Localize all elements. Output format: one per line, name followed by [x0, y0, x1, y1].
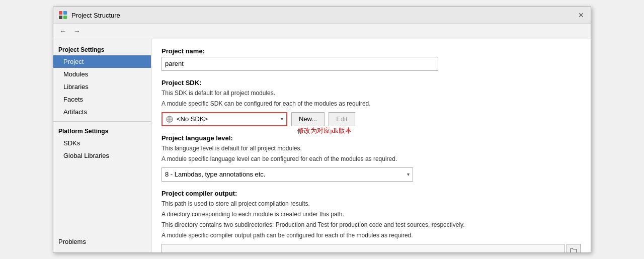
sdk-row: <No SDK> ▾ New... Edit 修改为对应jdk版本: [162, 112, 581, 126]
project-structure-dialog: Project Structure ✕ ← → Project Settings…: [53, 7, 591, 253]
compiler-output-input[interactable]: [162, 244, 565, 252]
compiler-desc4: A module specific compiler output path c…: [162, 231, 581, 240]
sdk-desc1: This SDK is default for all project modu…: [162, 89, 581, 98]
svg-rect-0: [59, 11, 62, 15]
project-language-section: Project language level: This language le…: [162, 134, 581, 182]
sidebar-item-libraries[interactable]: Libraries: [53, 80, 151, 93]
compiler-folder-button[interactable]: [567, 244, 581, 252]
project-name-section: Project name:: [162, 47, 581, 71]
svg-rect-3: [63, 16, 67, 19]
compiler-desc2: A directory corresponding to each module…: [162, 210, 581, 219]
sdk-dropdown[interactable]: <No SDK> ▾: [162, 112, 287, 126]
navigation-row: ← →: [53, 24, 591, 39]
compiler-desc1: This path is used to store all project c…: [162, 199, 581, 208]
project-compiler-label: Project compiler output:: [162, 190, 581, 197]
svg-rect-1: [63, 11, 67, 15]
sdk-desc2: A module specific SDK can be configured …: [162, 99, 581, 108]
app-logo: [58, 11, 67, 20]
forward-button[interactable]: →: [71, 26, 83, 36]
project-sdk-label: Project SDK:: [162, 79, 581, 87]
project-name-input[interactable]: [162, 57, 438, 71]
dialog-title: Project Structure: [71, 12, 573, 19]
sidebar-item-problems[interactable]: Problems: [53, 235, 151, 248]
sdk-globe-icon: [166, 115, 174, 123]
project-settings-section-label: Project Settings: [53, 43, 151, 55]
content-area: Project Settings Project Modules Librari…: [53, 39, 591, 252]
svg-rect-2: [59, 16, 62, 19]
compiler-desc3: This directory contains two subdirectori…: [162, 220, 581, 229]
platform-settings-section-label: Platform Settings: [53, 125, 151, 137]
project-sdk-section: Project SDK: This SDK is default for all…: [162, 79, 581, 126]
sidebar-divider: [53, 121, 151, 122]
project-language-label: Project language level:: [162, 134, 581, 142]
project-compiler-section: Project compiler output: This path is us…: [162, 190, 581, 252]
sidebar-item-project[interactable]: Project: [53, 55, 151, 68]
sidebar-item-sdks[interactable]: SDKs: [53, 137, 151, 149]
lang-desc1: This language level is default for all p…: [162, 144, 581, 153]
sidebar: Project Settings Project Modules Librari…: [53, 39, 151, 252]
sidebar-item-global-libraries[interactable]: Global Libraries: [53, 149, 151, 162]
language-dropdown-arrow: ▾: [407, 171, 410, 177]
sdk-new-button[interactable]: New...: [291, 112, 325, 126]
main-content: Project name: Project SDK: This SDK is d…: [151, 39, 591, 252]
language-level-text: 8 - Lambdas, type annotations etc.: [165, 170, 265, 178]
sdk-selected-text: <No SDK>: [177, 115, 208, 123]
sdk-edit-button[interactable]: Edit: [329, 112, 355, 126]
sdk-annotation: 修改为对应jdk版本: [297, 126, 352, 135]
compiler-output-row: [162, 244, 581, 252]
sidebar-item-facets[interactable]: Facets: [53, 93, 151, 106]
title-bar: Project Structure ✕: [53, 7, 591, 24]
sidebar-item-artifacts[interactable]: Artifacts: [53, 106, 151, 118]
sidebar-item-modules[interactable]: Modules: [53, 68, 151, 80]
back-button[interactable]: ←: [57, 26, 68, 36]
sdk-dropdown-arrow: ▾: [281, 116, 283, 122]
project-name-label: Project name:: [162, 47, 581, 55]
lang-desc2: A module specific language level can be …: [162, 154, 581, 163]
close-button[interactable]: ✕: [577, 11, 586, 20]
language-level-dropdown[interactable]: 8 - Lambdas, type annotations etc. ▾: [162, 167, 413, 182]
